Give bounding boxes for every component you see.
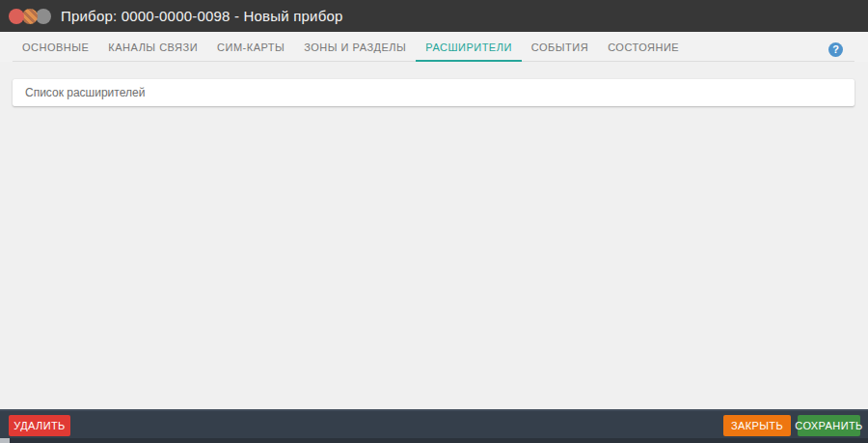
scrollbar-corner: [0, 438, 10, 443]
tab-communication-channels[interactable]: КАНАЛЫ СВЯЗИ: [98, 32, 207, 62]
logo-icon: [9, 9, 51, 24]
question-icon: ?: [832, 43, 839, 55]
logo-circle-gray-icon: [36, 9, 51, 24]
tab-zones-partitions[interactable]: ЗОНЫ И РАЗДЕЛЫ: [294, 32, 416, 62]
tab-basic[interactable]: ОСНОВНЫЕ: [13, 32, 98, 62]
logo-circle-red-icon: [9, 9, 24, 24]
window-title: Прибор: 0000-0000-0098 - Новый прибор: [61, 8, 343, 24]
window-bottom-edge: [0, 438, 868, 443]
device-dialog: Прибор: 0000-0000-0098 - Новый прибор ОС…: [0, 0, 868, 443]
tab-expanders[interactable]: РАСШИРИТЕЛИ: [416, 32, 522, 62]
expanders-panel-title: Список расширителей: [25, 86, 145, 99]
logo-circle-striped-icon: [22, 9, 38, 24]
footer-bar: УДАЛИТЬ ЗАКРЫТЬ СОХРАНИТЬ: [0, 409, 868, 443]
tab-sim-cards[interactable]: СИМ-КАРТЫ: [207, 32, 294, 62]
title-bar: Прибор: 0000-0000-0098 - Новый прибор: [0, 0, 868, 32]
tab-status[interactable]: СОСТОЯНИЕ: [598, 32, 689, 62]
expanders-panel: Список расширителей: [13, 79, 854, 106]
tab-events[interactable]: СОБЫТИЯ: [522, 32, 598, 62]
content-area: Список расширителей: [0, 79, 868, 427]
help-button[interactable]: ?: [828, 42, 843, 57]
tabs: ОСНОВНЫЕ КАНАЛЫ СВЯЗИ СИМ-КАРТЫ ЗОНЫ И Р…: [13, 32, 868, 62]
tabs-bar: ОСНОВНЫЕ КАНАЛЫ СВЯЗИ СИМ-КАРТЫ ЗОНЫ И Р…: [0, 32, 868, 62]
delete-button[interactable]: УДАЛИТЬ: [9, 415, 70, 436]
save-button[interactable]: СОХРАНИТЬ: [798, 415, 860, 436]
close-button[interactable]: ЗАКРЫТЬ: [723, 415, 791, 436]
